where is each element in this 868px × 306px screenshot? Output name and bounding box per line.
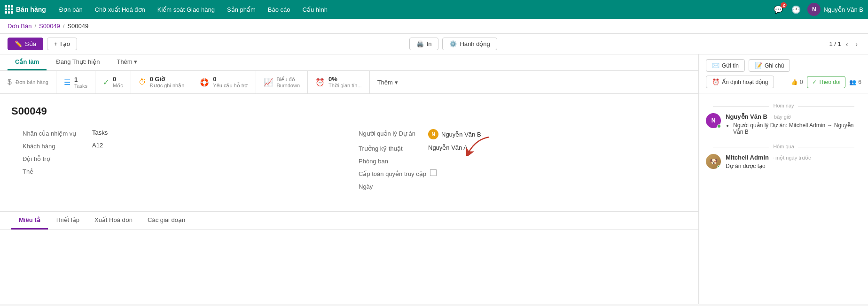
note-icon: 📝 — [755, 62, 762, 69]
tab-thiet-lap[interactable]: Thiết lập — [48, 212, 87, 230]
percent-icon: ⏰ — [315, 78, 325, 87]
breadcrumb-current: S00049 — [67, 23, 88, 30]
breadcrumb-sep-2: / — [63, 23, 65, 30]
follower-count[interactable]: 👥 6 — [849, 79, 861, 85]
notification-bell-button[interactable]: 💬 2 — [772, 3, 785, 16]
pagination: 1 / 1 ‹ › — [829, 39, 860, 49]
user-menu-button[interactable]: N Nguyễn Văn B — [807, 3, 863, 16]
menu-bao-cao[interactable]: Báo cáo — [262, 3, 296, 16]
manager-avatar: N — [428, 129, 438, 139]
action-bar: ✏️ Sửa + Tạo 🖨️ In ⚙️ Hành động 1 / 1 ‹ … — [0, 34, 868, 54]
breadcrumb-don-ban[interactable]: Đơn Bán — [8, 23, 31, 30]
menu-kiem-soat[interactable]: Kiểm soát Giao hàng — [152, 3, 220, 16]
message-1: N Nguyễn Văn B · bây giờ Người quản lý D… — [706, 113, 861, 136]
metric-milestone[interactable]: ✓ 0 Mốc — [95, 71, 131, 93]
metric-time-percent[interactable]: ⏰ 0% Thời gian tín... — [308, 71, 370, 93]
breadcrumb-s00049-link[interactable]: S00049 — [39, 23, 60, 30]
fields-section: Nhãn của nhiệm vụ Tasks Khách hàng A12 Đ… — [11, 127, 687, 200]
metric-support[interactable]: 🛟 0 Yêu cầu hỗ trợ — [192, 71, 256, 93]
activity-button[interactable]: 🕐 — [790, 3, 803, 16]
schedule-icon: ⏰ — [712, 78, 719, 85]
notification-badge: 2 — [781, 2, 787, 8]
bottom-tabs: Miêu tả Thiết lập Xuất Hoá đơn Các giai … — [0, 211, 698, 230]
tab-can-lam[interactable]: Cần làm — [8, 54, 47, 70]
tasks-icon: ☰ — [64, 78, 70, 87]
create-button[interactable]: + Tạo — [47, 38, 77, 50]
message-body-2: Mitchell Admin · một ngày trước Dự án đư… — [726, 154, 811, 169]
record-content: S00049 Nhãn của nhiệm vụ Tasks Khách hàn… — [0, 94, 698, 211]
chatter-actions: ✉️ Gửi tin 📝 Ghi chú ⏰ Ấn định hoạt động… — [699, 54, 868, 93]
menu-cau-hinh[interactable]: Cấu hình — [297, 3, 334, 16]
action-button[interactable]: ⚙️ Hành động — [442, 38, 497, 50]
top-right-actions: 💬 2 🕐 N Nguyễn Văn B — [772, 3, 863, 16]
menu-san-pham[interactable]: Sản phẩm — [221, 3, 261, 16]
record-id: S00049 — [11, 105, 687, 117]
prev-page-button[interactable]: ‹ — [843, 39, 851, 49]
field-truong-ky-thuat: Trưởng kỹ thuật Nguyễn Văn A — [359, 142, 676, 154]
red-arrow-annotation — [466, 135, 494, 156]
checkmark-icon: ✓ — [812, 79, 817, 85]
avatar-mitchell: 🐶 — [706, 154, 721, 169]
tab-cac-giai-doan[interactable]: Các giai đoạn — [140, 212, 193, 230]
field-doi-ho-tro: Đội hỗ trợ — [23, 152, 340, 165]
menu-cho-xuat[interactable]: Chờ xuất Hoá đơn — [89, 3, 151, 16]
send-message-button[interactable]: ✉️ Gửi tin — [706, 59, 745, 72]
left-panel: Cần làm Đang Thực hiện Thêm ▾ $ Đơn bán … — [0, 54, 699, 304]
next-page-button[interactable]: › — [852, 39, 860, 49]
tab-dang-thuc-hien[interactable]: Đang Thực hiện — [48, 54, 107, 70]
field-nhan-nhiem-vu: Nhãn của nhiệm vụ Tasks — [23, 127, 340, 139]
tab-xuat-hoa-don[interactable]: Xuất Hoá đơn — [87, 212, 140, 230]
note-button[interactable]: 📝 Ghi chú — [749, 59, 790, 72]
gear-icon: ⚙️ — [449, 40, 457, 47]
msg-content-2: Dự án được tạo — [726, 163, 811, 169]
chart-icon: 📈 — [264, 78, 273, 87]
date-separator-today: Hôm nay — [706, 103, 861, 108]
metric-tasks[interactable]: ☰ 1 Tasks — [56, 71, 95, 93]
avatar-nguyen-van-b: N — [706, 113, 721, 128]
field-cap-quyen: Cấp toàn quyền truy cập — [359, 167, 676, 180]
fields-right: Người quản lý Dự án N Nguyễn Văn B Trưởn… — [359, 127, 676, 192]
message-body-1: Nguyễn Văn B · bây giờ Người quản lý Dự … — [726, 113, 861, 136]
tab-mieu-ta[interactable]: Miêu tả — [11, 212, 48, 230]
print-icon: 🖨️ — [416, 40, 424, 47]
user-avatar: N — [807, 3, 821, 16]
app-logo[interactable]: Bán hàng — [5, 5, 46, 14]
edit-button[interactable]: ✏️ Sửa — [8, 38, 43, 50]
msg-author-1: Nguyễn Văn B — [726, 113, 767, 120]
breadcrumb: Đơn Bán / S00049 / S00049 — [0, 19, 868, 34]
main-layout: Cần làm Đang Thực hiện Thêm ▾ $ Đơn bán … — [0, 54, 868, 304]
dollar-icon: $ — [8, 78, 12, 86]
top-navigation: Bán hàng Đơn bán Chờ xuất Hoá đơn Kiểm s… — [0, 0, 868, 19]
online-indicator — [717, 124, 721, 128]
msg-content-1: Người quản lý Dự án: Mitchell Admin → Ng… — [726, 122, 861, 135]
like-icon: 👍 — [791, 79, 798, 85]
message-2: 🐶 Mitchell Admin · một ngày trước Dự án … — [706, 154, 861, 169]
field-ngay: Ngày — [359, 180, 676, 192]
user-name: Nguyễn Văn B — [823, 6, 863, 13]
metric-more-button[interactable]: Thêm ▾ — [370, 71, 406, 93]
schedule-activity-button[interactable]: ⏰ Ấn định hoạt động — [706, 76, 774, 88]
metric-don-ban[interactable]: $ Đơn bán hàng — [0, 71, 56, 93]
full-access-checkbox[interactable] — [430, 169, 437, 176]
tech-lead-name: Nguyễn Văn A — [428, 144, 468, 151]
print-button[interactable]: 🖨️ In — [409, 38, 439, 50]
send-icon: ✉️ — [712, 62, 719, 69]
field-phong-ban: Phòng ban — [359, 154, 676, 167]
clock-icon: ⏱ — [139, 78, 146, 86]
top-menu: Đơn bán Chờ xuất Hoá đơn Kiểm soát Giao … — [54, 3, 772, 16]
metric-hours[interactable]: ⏱ 0 Giờ Được ghi nhận — [131, 71, 193, 93]
chatter-messages: Hôm nay N Nguyễn Văn B · bây giờ Ngư — [699, 93, 868, 304]
fields-left: Nhãn của nhiệm vụ Tasks Khách hàng A12 Đ… — [23, 127, 340, 192]
msg-author-2: Mitchell Admin — [726, 154, 769, 161]
support-icon: 🛟 — [200, 78, 209, 87]
milestone-icon: ✓ — [103, 78, 109, 87]
menu-don-ban[interactable]: Đơn bán — [54, 3, 88, 16]
field-khach-hang: Khách hàng A12 — [23, 139, 340, 152]
mitchell-online-dot — [717, 165, 721, 169]
follow-button[interactable]: ✓ Theo dõi — [807, 76, 846, 88]
grid-icon — [5, 5, 13, 14]
msg-time-2: · một ngày trước — [773, 155, 811, 161]
metric-burndown[interactable]: 📈 Biểu đồ Burndown — [256, 71, 308, 93]
field-the: Thẻ — [23, 165, 340, 177]
tab-them-status[interactable]: Thêm ▾ — [109, 54, 145, 70]
